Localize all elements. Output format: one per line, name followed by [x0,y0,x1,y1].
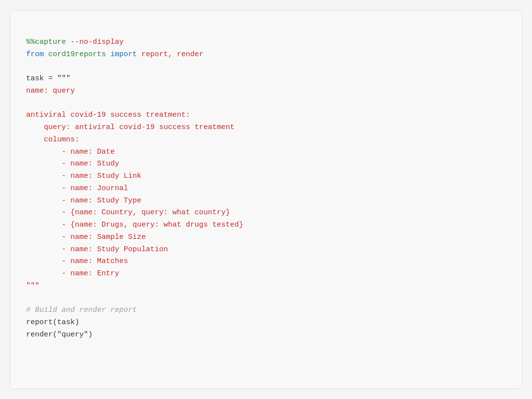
render-call: render("query") [26,331,93,339]
line-10: - name: Date [26,148,115,156]
line-8: query: antiviral covid-19 success treatm… [26,123,234,132]
line-17: - name: Sample Size [26,233,146,241]
yaml-section: antiviral covid-19 success treatment: [26,111,190,119]
yaml-entry: - name: Entry [26,269,119,278]
yaml-country: - {name: Country, query: what country} [26,208,230,217]
magic-keyword: %%capture [26,38,66,46]
line-22 [26,294,31,302]
line-23: # Build and render report [26,306,137,314]
yaml-sample-size: - name: Sample Size [26,233,146,241]
yaml-study-type: - name: Study Type [26,197,141,205]
closing-quotes: """ [26,282,39,290]
line-21: """ [26,282,39,290]
line-11: - name: Study [26,160,119,168]
task-assign: task = """ [26,74,70,83]
line-20: - name: Entry [26,269,119,278]
line-18: - name: Study Population [26,245,168,254]
report-call: report(task) [26,318,79,327]
line-19: - name: Matches [26,257,128,266]
line-3 [26,62,31,70]
yaml-drugs: - {name: Drugs, query: what drugs tested… [26,221,243,229]
line-12: - name: Study Link [26,172,141,180]
line-5: name: query [26,87,75,95]
yaml-query: query: antiviral covid-19 success treatm… [26,123,234,132]
line-6 [26,99,31,107]
line-7: antiviral covid-19 success treatment: [26,111,190,119]
module-name: cord19reports [44,50,110,59]
code-editor: %%capture --no-display from cord19report… [10,10,522,389]
import-keyword: import [110,50,137,59]
yaml-date: - name: Date [26,148,115,156]
yaml-study-population: - name: Study Population [26,245,168,254]
yaml-journal: - name: Journal [26,184,128,193]
line-24: report(task) [26,318,79,327]
code-content: %%capture --no-display from cord19report… [26,24,506,353]
line-15: - {name: Country, query: what country} [26,208,230,217]
magic-flag: --no-display [66,38,124,46]
line-13: - name: Journal [26,184,128,193]
yaml-matches: - name: Matches [26,257,128,266]
line-4: task = """ [26,74,70,83]
line-2: from cord19reports import report, render [26,50,203,59]
line-14: - name: Study Type [26,197,141,205]
line-9: columns: [26,135,79,144]
line-16: - {name: Drugs, query: what drugs tested… [26,221,243,229]
yaml-study: - name: Study [26,160,119,168]
import-items: report, render [137,50,203,59]
line-1: %%capture --no-display [26,38,124,46]
yaml-study-link: - name: Study Link [26,172,141,180]
yaml-name: name: query [26,87,75,95]
from-keyword: from [26,50,44,59]
yaml-columns: columns: [26,135,79,144]
build-comment: # Build and render report [26,306,137,314]
line-25: render("query") [26,331,93,339]
